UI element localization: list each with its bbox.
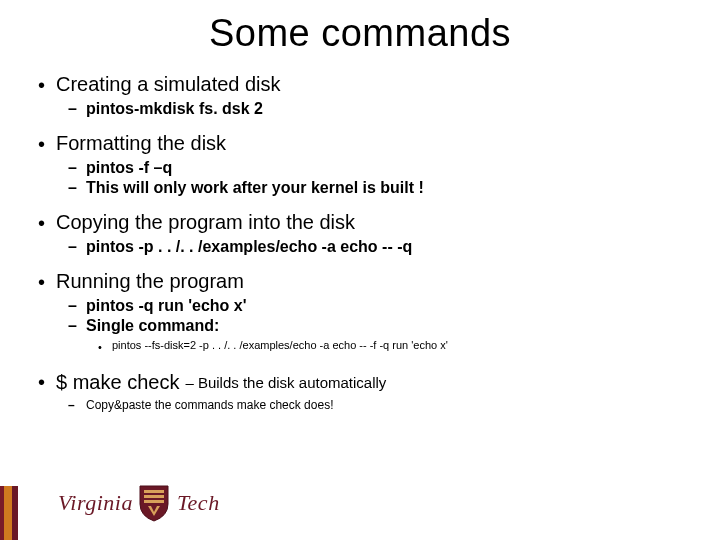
- dash-icon: –: [68, 179, 86, 197]
- svg-rect-1: [144, 495, 164, 498]
- dash-icon: –: [68, 238, 86, 256]
- bullet-list: • Creating a simulated disk –pintos-mkdi…: [30, 73, 690, 412]
- logo-text-tech: Tech: [177, 490, 220, 516]
- item-label: Copying the program into the disk: [56, 211, 355, 234]
- sub-item: pintos-mkdisk fs. dsk 2: [86, 100, 263, 118]
- dash-icon: –: [68, 297, 86, 315]
- inline-sub: – Builds the disk automatically: [185, 374, 386, 391]
- footer: Virginia Tech: [0, 486, 720, 540]
- slide: Some commands • Creating a simulated dis…: [0, 0, 720, 540]
- dash-icon: –: [68, 317, 86, 335]
- sub-item: pintos -q run 'echo x': [86, 297, 247, 315]
- subsub-item: pintos --fs-disk=2 -p . . /. . /examples…: [112, 339, 448, 351]
- sub-item: This will only work after your kernel is…: [86, 179, 424, 197]
- svg-rect-0: [144, 490, 164, 493]
- dash-icon: –: [68, 159, 86, 177]
- vt-logo: Virginia Tech: [58, 484, 220, 522]
- bullet-icon: •: [38, 75, 56, 95]
- dash-icon: –: [68, 398, 86, 412]
- list-item: • Creating a simulated disk –pintos-mkdi…: [38, 73, 690, 118]
- svg-rect-2: [144, 500, 164, 503]
- sub-item: Single command:: [86, 317, 219, 335]
- bullet-icon: •: [98, 339, 112, 357]
- item-label: $ make check: [56, 371, 179, 394]
- list-item: • Copying the program into the disk –pin…: [38, 211, 690, 256]
- bullet-icon: •: [38, 372, 56, 392]
- logo-text-virginia: Virginia: [58, 490, 133, 516]
- list-item: • Formatting the disk –pintos -f –q –Thi…: [38, 132, 690, 197]
- item-label: Creating a simulated disk: [56, 73, 281, 96]
- page-title: Some commands: [30, 12, 690, 55]
- dash-icon: –: [68, 100, 86, 118]
- bullet-icon: •: [38, 134, 56, 154]
- bullet-icon: •: [38, 272, 56, 292]
- shield-icon: [138, 484, 170, 522]
- sub-item: pintos -f –q: [86, 159, 172, 177]
- item-label: Formatting the disk: [56, 132, 226, 155]
- sub-item: Copy&paste the commands make check does!: [86, 398, 333, 412]
- sub-item: pintos -p . . /. . /examples/echo -a ech…: [86, 238, 412, 256]
- list-item: • Running the program –pintos -q run 'ec…: [38, 270, 690, 357]
- item-label: Running the program: [56, 270, 244, 293]
- footer-stripes: [0, 486, 55, 540]
- list-item: • $ make check – Builds the disk automat…: [38, 371, 690, 412]
- bullet-icon: •: [38, 213, 56, 233]
